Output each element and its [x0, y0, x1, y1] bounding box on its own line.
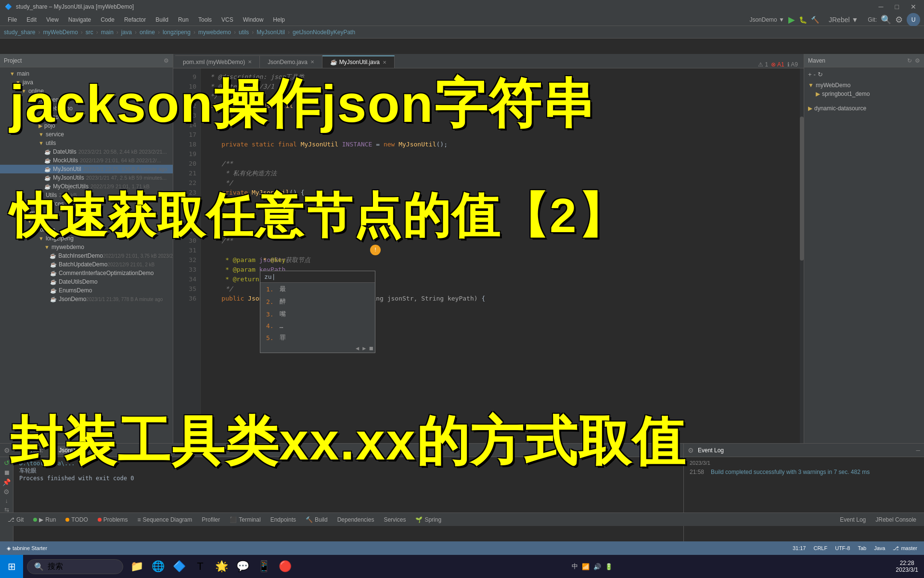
tree-item-test-online[interactable]: ▼ online — [0, 225, 173, 234]
nav-main[interactable]: main — [101, 29, 114, 36]
wrap-icon[interactable]: ⇆ — [4, 506, 9, 513]
tool-problems[interactable]: Problems — [94, 515, 132, 524]
autocomplete-item-5[interactable]: 5. 罪 — [260, 331, 375, 344]
tool-services[interactable]: Services — [380, 515, 410, 524]
tree-item-test-mywebdemo[interactable]: ▼ mywebdemo — [0, 243, 173, 251]
tree-item-mywebdemo[interactable]: ▼ mywebdemo — [0, 104, 173, 113]
maven-expand-icon[interactable]: + — [808, 71, 812, 78]
toolbar-json-demo-btn[interactable]: JsonDemo ▼ — [749, 16, 784, 23]
autocomplete-item-1[interactable]: 1. 最 — [260, 283, 375, 295]
event-close-icon[interactable]: ─ — [916, 447, 920, 454]
tree-item-jsondemo[interactable]: ☕ JsonDemo 2023/1/1 21:39, 778 B A minut… — [0, 295, 173, 303]
nav-myjsonutil[interactable]: MyJsonUtil — [257, 29, 285, 36]
tool-seqdiagram[interactable]: ≡ Sequence Diagram — [134, 515, 196, 524]
jrebel-btn[interactable]: JRebel ▼ — [829, 16, 858, 24]
status-tabnine[interactable]: ◈ tabnine Starter — [4, 545, 50, 552]
scroll-icon[interactable]: ↓ — [5, 498, 8, 504]
tree-item-pojo[interactable]: ▶ pojo — [0, 121, 173, 130]
tree-item-myjsonutils[interactable]: ☕ MyJsonUtils 2023/1/21 47, 2.5 kB 59 mi… — [0, 173, 173, 182]
tab-jsondemo[interactable]: JsonDemo.java ✕ — [260, 55, 322, 68]
tab-myjsonutil[interactable]: ☕ MyJsonUtil.java ✕ — [322, 55, 395, 68]
nav-utils[interactable]: utils — [239, 29, 249, 36]
autocomplete-item-4[interactable]: 4. … — [260, 320, 375, 331]
tree-item-utils-footer[interactable]: ▼ Utils 2.13 kB — [0, 191, 173, 199]
taskbar-app-app3[interactable]: 📱 — [254, 557, 273, 576]
event-tab-label[interactable]: Event Log — [698, 447, 724, 454]
taskbar-app-chrome[interactable]: 🌐 — [148, 557, 167, 576]
autocomplete-item-3[interactable]: 3. 嘴 — [260, 308, 375, 320]
status-branch[interactable]: ⎇ master — [890, 545, 920, 552]
menu-help[interactable]: Help — [269, 15, 289, 24]
tree-item-test[interactable]: ▼ test — [0, 208, 173, 217]
build-button[interactable]: 🔨 — [811, 16, 819, 24]
tab-pom[interactable]: pom.xml (myWebDemo) ✕ — [175, 55, 260, 68]
tree-item-comment[interactable]: ☕ CommentInterfaceOptimizationDemo — [0, 269, 173, 277]
nav-longzipeng[interactable]: longzipeng — [163, 29, 191, 36]
tree-item-resources[interactable]: ▶ resources — [0, 199, 173, 208]
nav-mywebdemo[interactable]: myWebDemo — [43, 29, 77, 36]
tree-item-test-longzipeng[interactable]: ▼ longzipeng — [0, 234, 173, 243]
taskbar-app-app1[interactable]: 🌟 — [212, 557, 231, 576]
autocomplete-item-2[interactable]: 2. 醉 — [260, 295, 375, 308]
close-button[interactable]: ✕ — [908, 3, 919, 11]
tree-item-dateutils[interactable]: ☕ DateUtils 2023/2/21 20:58, 2.44 kB 202… — [0, 147, 173, 156]
run-tab-jsondemo[interactable]: ▶ JsonDemo ✕ — [49, 446, 99, 455]
tree-item-batchupdate[interactable]: ☕ BatchUpdateDemo 2022/12/9 21:01, 2 kB — [0, 260, 173, 269]
status-encoding[interactable]: UTF-8 — [832, 545, 853, 551]
debug-button[interactable]: 🐛 — [799, 16, 807, 24]
run-settings-icon[interactable]: ⚙ — [4, 447, 10, 454]
maven-settings-icon[interactable]: ⚙ — [915, 57, 920, 64]
tab-close[interactable]: ✕ — [383, 60, 386, 65]
minimize-button[interactable]: ─ — [876, 3, 886, 11]
menu-refactor[interactable]: Refactor — [120, 15, 150, 24]
tree-item-myjsonutil[interactable]: ☕ MyJsonUtil 2023/1/1 22:25, 136 B A min… — [0, 165, 173, 173]
menu-tools[interactable]: Tools — [194, 15, 216, 24]
lang-icon[interactable]: 中 — [572, 562, 578, 571]
tool-eventlog[interactable]: Event Log — [836, 515, 870, 524]
nav-study-share[interactable]: study_share — [4, 29, 35, 36]
tab-close[interactable]: ✕ — [90, 447, 95, 454]
taskbar-app-app4[interactable]: 🔴 — [275, 557, 295, 576]
nav-mywebdemo2[interactable]: mywebdemo — [198, 29, 231, 36]
tool-endpoints[interactable]: Endpoints — [267, 515, 300, 524]
autocomplete-input[interactable]: zu| — [260, 271, 375, 283]
taskbar-search[interactable]: 🔍 搜索 — [27, 559, 123, 574]
maven-refresh-icon[interactable]: ↻ — [907, 57, 912, 64]
tree-item-service[interactable]: ▼ service — [0, 130, 173, 139]
tree-item-java[interactable]: ▼ java — [0, 78, 173, 87]
tool-terminal[interactable]: ⬛ Terminal — [226, 515, 264, 524]
stop-icon[interactable]: ⏹ — [3, 469, 10, 476]
maven-item-mywebdemo[interactable]: ▼ myWebDemo — [808, 81, 920, 90]
scrollbar-thumb[interactable] — [800, 117, 804, 261]
search-everywhere[interactable]: 🔍 — [881, 14, 891, 25]
project-settings[interactable]: ⚙ — [164, 57, 169, 64]
menu-window[interactable]: Window — [239, 15, 268, 24]
taskbar-app-ide[interactable]: 🔷 — [169, 557, 189, 576]
menu-run[interactable]: Run — [174, 15, 192, 24]
taskbar-app-app2[interactable]: 💬 — [233, 557, 252, 576]
maven-refresh-btn[interactable]: ↻ — [818, 71, 823, 78]
maven-item-dynamic[interactable]: ▶ dynamic-datasource — [808, 104, 920, 113]
tool-profiler[interactable]: Profiler — [198, 515, 224, 524]
menu-view[interactable]: View — [42, 15, 63, 24]
tool-run[interactable]: ▶ Run — [29, 515, 60, 524]
status-indent[interactable]: Tab — [855, 545, 869, 551]
tree-item-online[interactable]: ▼ online — [0, 87, 173, 95]
tree-item-enums[interactable]: ☕ EnumsDemo — [0, 286, 173, 295]
menu-file[interactable]: File — [4, 15, 21, 24]
tree-item-mapper[interactable]: ▶ mapper — [0, 113, 173, 121]
tool-spring[interactable]: 🌱 Spring — [411, 515, 445, 524]
run-button[interactable]: ▶ — [788, 14, 795, 25]
tree-item-test-java[interactable]: ▼ java — [0, 217, 173, 225]
run-close-icon[interactable]: ─ — [14, 447, 19, 454]
filter-icon[interactable]: ⚙ — [3, 488, 10, 496]
tool-jrebel-console[interactable]: JRebel Console — [872, 515, 920, 524]
pin-icon[interactable]: 📌 — [2, 478, 11, 486]
maven-item-springboot[interactable]: ▶ springboot1_demo — [808, 90, 920, 98]
taskbar-clock[interactable]: 22:28 2023/3/1 — [890, 560, 924, 573]
status-crlf[interactable]: CRLF — [810, 545, 830, 551]
maven-collapse-icon[interactable]: - — [814, 71, 816, 78]
menu-navigate[interactable]: Navigate — [64, 15, 95, 24]
taskbar-app-explorer[interactable]: 📁 — [127, 557, 146, 576]
menu-build[interactable]: Build — [152, 15, 172, 24]
